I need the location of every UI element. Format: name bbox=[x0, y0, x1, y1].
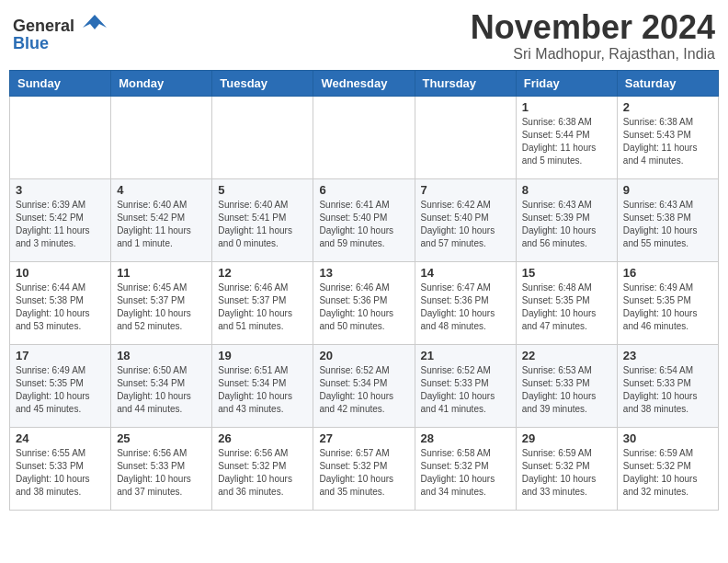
weekday-header-row: SundayMondayTuesdayWednesdayThursdayFrid… bbox=[10, 70, 719, 96]
calendar-cell: 10Sunrise: 6:44 AM Sunset: 5:38 PM Dayli… bbox=[10, 261, 111, 344]
day-info: Sunrise: 6:43 AM Sunset: 5:38 PM Dayligh… bbox=[623, 199, 712, 250]
calendar-cell bbox=[313, 96, 415, 178]
calendar-week-row: 3Sunrise: 6:39 AM Sunset: 5:42 PM Daylig… bbox=[10, 178, 719, 261]
day-number: 29 bbox=[522, 431, 611, 445]
calendar-cell: 8Sunrise: 6:43 AM Sunset: 5:39 PM Daylig… bbox=[516, 178, 617, 261]
day-number: 2 bbox=[623, 100, 712, 114]
calendar-cell: 24Sunrise: 6:55 AM Sunset: 5:33 PM Dayli… bbox=[10, 427, 111, 510]
location-subtitle: Sri Madhopur, Rajasthan, India bbox=[471, 46, 715, 63]
day-number: 15 bbox=[522, 266, 611, 280]
calendar-cell: 25Sunrise: 6:56 AM Sunset: 5:33 PM Dayli… bbox=[111, 427, 212, 510]
day-number: 17 bbox=[16, 349, 105, 362]
day-number: 27 bbox=[319, 431, 408, 445]
day-info: Sunrise: 6:38 AM Sunset: 5:44 PM Dayligh… bbox=[522, 116, 611, 167]
calendar-cell: 30Sunrise: 6:59 AM Sunset: 5:32 PM Dayli… bbox=[617, 427, 718, 510]
day-number: 12 bbox=[218, 266, 307, 280]
calendar-cell: 22Sunrise: 6:53 AM Sunset: 5:33 PM Dayli… bbox=[516, 344, 617, 427]
day-number: 5 bbox=[218, 183, 307, 197]
day-info: Sunrise: 6:45 AM Sunset: 5:37 PM Dayligh… bbox=[117, 282, 206, 333]
calendar-week-row: 10Sunrise: 6:44 AM Sunset: 5:38 PM Dayli… bbox=[10, 261, 719, 344]
day-info: Sunrise: 6:44 AM Sunset: 5:38 PM Dayligh… bbox=[16, 282, 105, 333]
calendar-cell bbox=[415, 96, 516, 178]
day-info: Sunrise: 6:54 AM Sunset: 5:33 PM Dayligh… bbox=[623, 364, 712, 416]
day-number: 28 bbox=[421, 431, 510, 445]
page-header: General Blue November 2024 Sri Madhopur,… bbox=[9, 9, 719, 63]
calendar-cell: 1Sunrise: 6:38 AM Sunset: 5:44 PM Daylig… bbox=[516, 96, 617, 178]
calendar-cell: 23Sunrise: 6:54 AM Sunset: 5:33 PM Dayli… bbox=[617, 344, 718, 427]
day-number: 20 bbox=[319, 349, 408, 362]
day-number: 30 bbox=[623, 431, 712, 445]
day-number: 7 bbox=[421, 183, 510, 197]
day-number: 13 bbox=[319, 266, 408, 280]
day-info: Sunrise: 6:51 AM Sunset: 5:34 PM Dayligh… bbox=[218, 364, 307, 416]
day-number: 4 bbox=[117, 183, 206, 197]
day-number: 16 bbox=[623, 266, 712, 280]
day-number: 3 bbox=[16, 183, 105, 197]
calendar-cell bbox=[111, 96, 212, 178]
day-info: Sunrise: 6:59 AM Sunset: 5:32 PM Dayligh… bbox=[522, 447, 611, 499]
day-info: Sunrise: 6:49 AM Sunset: 5:35 PM Dayligh… bbox=[623, 282, 712, 333]
calendar-cell: 17Sunrise: 6:49 AM Sunset: 5:35 PM Dayli… bbox=[10, 344, 111, 427]
day-info: Sunrise: 6:52 AM Sunset: 5:34 PM Dayligh… bbox=[319, 364, 408, 416]
day-info: Sunrise: 6:43 AM Sunset: 5:39 PM Dayligh… bbox=[522, 199, 611, 250]
day-info: Sunrise: 6:41 AM Sunset: 5:40 PM Dayligh… bbox=[319, 199, 408, 250]
calendar-cell: 26Sunrise: 6:56 AM Sunset: 5:32 PM Dayli… bbox=[212, 427, 313, 510]
day-info: Sunrise: 6:57 AM Sunset: 5:32 PM Dayligh… bbox=[319, 447, 408, 499]
weekday-header-sunday: Sunday bbox=[10, 70, 111, 96]
day-number: 25 bbox=[117, 431, 206, 445]
day-info: Sunrise: 6:46 AM Sunset: 5:37 PM Dayligh… bbox=[218, 282, 307, 333]
day-info: Sunrise: 6:49 AM Sunset: 5:35 PM Dayligh… bbox=[16, 364, 105, 416]
calendar-cell: 11Sunrise: 6:45 AM Sunset: 5:37 PM Dayli… bbox=[111, 261, 212, 344]
day-number: 10 bbox=[16, 266, 105, 280]
day-info: Sunrise: 6:47 AM Sunset: 5:36 PM Dayligh… bbox=[421, 282, 510, 333]
day-info: Sunrise: 6:39 AM Sunset: 5:42 PM Dayligh… bbox=[16, 199, 105, 250]
calendar-cell: 14Sunrise: 6:47 AM Sunset: 5:36 PM Dayli… bbox=[415, 261, 516, 344]
day-number: 11 bbox=[117, 266, 206, 280]
calendar-week-row: 17Sunrise: 6:49 AM Sunset: 5:35 PM Dayli… bbox=[10, 344, 719, 427]
day-info: Sunrise: 6:53 AM Sunset: 5:33 PM Dayligh… bbox=[522, 364, 611, 416]
calendar-cell: 7Sunrise: 6:42 AM Sunset: 5:40 PM Daylig… bbox=[415, 178, 516, 261]
logo: General Blue bbox=[13, 13, 108, 52]
calendar-week-row: 1Sunrise: 6:38 AM Sunset: 5:44 PM Daylig… bbox=[10, 96, 719, 178]
calendar-cell: 27Sunrise: 6:57 AM Sunset: 5:32 PM Dayli… bbox=[313, 427, 415, 510]
logo-general: General bbox=[13, 17, 74, 35]
day-info: Sunrise: 6:40 AM Sunset: 5:41 PM Dayligh… bbox=[218, 199, 307, 250]
day-number: 24 bbox=[16, 431, 105, 445]
calendar-cell: 9Sunrise: 6:43 AM Sunset: 5:38 PM Daylig… bbox=[617, 178, 718, 261]
day-number: 6 bbox=[319, 183, 408, 197]
day-number: 23 bbox=[623, 349, 712, 362]
calendar-cell: 21Sunrise: 6:52 AM Sunset: 5:33 PM Dayli… bbox=[415, 344, 516, 427]
calendar-week-row: 24Sunrise: 6:55 AM Sunset: 5:33 PM Dayli… bbox=[10, 427, 719, 510]
weekday-header-friday: Friday bbox=[516, 70, 617, 96]
day-info: Sunrise: 6:50 AM Sunset: 5:34 PM Dayligh… bbox=[117, 364, 206, 416]
day-number: 19 bbox=[218, 349, 307, 362]
day-number: 18 bbox=[117, 349, 206, 362]
day-info: Sunrise: 6:40 AM Sunset: 5:42 PM Dayligh… bbox=[117, 199, 206, 250]
calendar-cell: 3Sunrise: 6:39 AM Sunset: 5:42 PM Daylig… bbox=[10, 178, 111, 261]
day-number: 21 bbox=[421, 349, 510, 362]
calendar-cell: 29Sunrise: 6:59 AM Sunset: 5:32 PM Dayli… bbox=[516, 427, 617, 510]
calendar-cell: 18Sunrise: 6:50 AM Sunset: 5:34 PM Dayli… bbox=[111, 344, 212, 427]
calendar-cell: 19Sunrise: 6:51 AM Sunset: 5:34 PM Dayli… bbox=[212, 344, 313, 427]
day-number: 9 bbox=[623, 183, 712, 197]
logo-blue: Blue bbox=[13, 34, 49, 52]
calendar-cell: 12Sunrise: 6:46 AM Sunset: 5:37 PM Dayli… bbox=[212, 261, 313, 344]
calendar-cell: 15Sunrise: 6:48 AM Sunset: 5:35 PM Dayli… bbox=[516, 261, 617, 344]
svg-marker-0 bbox=[83, 15, 107, 29]
calendar-cell: 4Sunrise: 6:40 AM Sunset: 5:42 PM Daylig… bbox=[111, 178, 212, 261]
day-number: 14 bbox=[421, 266, 510, 280]
weekday-header-monday: Monday bbox=[111, 70, 212, 96]
day-number: 22 bbox=[522, 349, 611, 362]
day-info: Sunrise: 6:52 AM Sunset: 5:33 PM Dayligh… bbox=[421, 364, 510, 416]
logo-bird-icon bbox=[81, 13, 108, 31]
day-info: Sunrise: 6:42 AM Sunset: 5:40 PM Dayligh… bbox=[421, 199, 510, 250]
day-info: Sunrise: 6:46 AM Sunset: 5:36 PM Dayligh… bbox=[319, 282, 408, 333]
calendar-cell: 5Sunrise: 6:40 AM Sunset: 5:41 PM Daylig… bbox=[212, 178, 313, 261]
calendar-cell: 6Sunrise: 6:41 AM Sunset: 5:40 PM Daylig… bbox=[313, 178, 415, 261]
calendar-cell bbox=[212, 96, 313, 178]
calendar-cell: 16Sunrise: 6:49 AM Sunset: 5:35 PM Dayli… bbox=[617, 261, 718, 344]
weekday-header-tuesday: Tuesday bbox=[212, 70, 313, 96]
day-info: Sunrise: 6:59 AM Sunset: 5:32 PM Dayligh… bbox=[623, 447, 712, 499]
weekday-header-saturday: Saturday bbox=[617, 70, 718, 96]
day-number: 8 bbox=[522, 183, 611, 197]
